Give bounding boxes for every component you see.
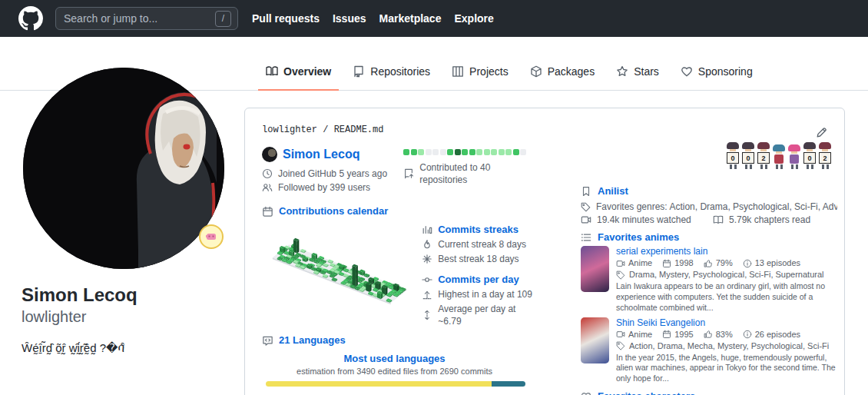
profile-bio: W̑ḛ́ȋ̱r̃d̰̑ õ̱ȓ̰ w̰̑ḭ́r̰̃ḛ̑d̰ ?�ባ̃̑ [22,340,233,357]
pixel-sign-digit: 2 [757,152,770,164]
calendar-icon [662,330,671,339]
slash-key-hint: / [215,11,231,27]
anilist-link[interactable]: Anilist [598,185,628,197]
github-profile-page: / Pull requests Issues Marketplace Explo… [0,0,868,395]
languages-note: estimation from 3490 edited files from 2… [262,367,527,376]
people-icon [262,182,273,193]
contribution-square [440,149,446,155]
tab-stars[interactable]: Stars [608,54,667,91]
flame-icon [422,239,432,250]
pixel-character: 0 [741,141,755,169]
metrics-name-link[interactable]: Simon Lecoq [283,148,359,161]
favorites-animes-link[interactable]: Favorites animes [598,231,679,243]
tab-projects[interactable]: Projects [444,54,516,91]
achievement-badge[interactable] [199,224,224,249]
clock-icon [262,168,273,179]
anime-description: Lain Iwakura appears to be an ordinary g… [616,281,837,314]
anime-genres: Action, Drama, Mecha, Mystery, Psycholog… [629,340,829,352]
pixel-character [772,141,786,169]
contributed-text: Contributed to 40 repositories [419,161,540,186]
star-icon [616,65,628,78]
anime-episodes: 13 episodes [755,257,800,269]
tab-overview-label: Overview [283,65,331,78]
pixel-sign-digit: 0 [803,152,816,164]
contribution-square [491,149,497,155]
followers-text: Followed by 399 users [278,181,370,194]
tab-projects-label: Projects [469,65,509,78]
contribution-square [418,149,424,155]
pig-badge-icon [205,231,217,243]
nav-explore[interactable]: Explore [454,12,493,25]
anime-cover[interactable] [581,246,609,292]
anime-genres: Drama, Mystery, Psychological, Sci-Fi, S… [629,269,824,280]
metrics-avatar [262,147,277,162]
contribution-square [447,149,453,155]
profile-username: lowlighter [22,308,86,326]
nav-issues[interactable]: Issues [333,12,366,25]
favorite-genres-text: Favorites genres: Action, Drama, Psychol… [596,201,837,213]
average-day-text: Average per day at ~6.79 [438,303,540,327]
repo-icon [353,65,365,78]
edit-pencil-icon[interactable] [815,127,827,139]
chapters-read-text: 5.79k chapters read [729,214,810,225]
commit-icon [422,274,432,285]
top-header: / Pull requests Issues Marketplace Explo… [0,0,868,37]
anime-title-link[interactable]: Shin Seiki Evangelion [616,317,837,328]
anime-score: 79% [716,257,733,269]
anilist-column: Anilist Favorites genres: Action, Drama,… [581,185,837,395]
contributions-calendar-link[interactable]: Contributions calendar [279,205,388,217]
tab-repositories[interactable]: Repositories [345,54,438,91]
metrics-column: Simon Lecoq Joined GitHub 5 years ago Fo… [262,147,540,395]
anime-type: Anime [628,257,652,269]
language-bar-segment [266,381,492,387]
breadcrumb-user[interactable]: lowlighter [262,124,317,135]
tab-overview[interactable]: Overview [258,54,339,91]
pixel-character [787,141,801,169]
bar-chart-icon [422,224,432,235]
bookmark-icon [581,186,591,197]
open-book-icon [713,214,724,225]
tab-stars-label: Stars [634,65,659,78]
heart-icon [581,391,591,395]
languages-bar [266,381,525,387]
pixel-sign-digit: 0 [727,152,739,164]
search-box[interactable]: / [55,7,238,30]
anime-title-link[interactable]: serial experiments lain [616,246,837,257]
nav-pull-requests[interactable]: Pull requests [252,12,320,25]
tab-sponsoring[interactable]: Sponsoring [673,54,760,91]
language-bar-segment [492,381,525,387]
joined-text: Joined GitHub 5 years ago [278,168,387,180]
pixel-sign-digit: 2 [819,152,831,164]
languages-link[interactable]: 21 Languages [279,334,346,347]
search-input[interactable] [62,12,215,25]
heart-icon [681,65,693,78]
favorites-characters-link[interactable]: Favorites characters [598,390,695,395]
video-icon [616,259,625,268]
project-icon [452,65,464,78]
contribution-square [411,149,417,155]
contribution-square [513,149,519,155]
breadcrumb-file[interactable]: README.md [334,124,384,135]
pixel-character: 0 [803,141,817,169]
best-streak-text: Best streak 18 days [438,253,518,265]
most-used-languages-link[interactable]: Most used languages [262,353,527,364]
nav-marketplace[interactable]: Marketplace [379,12,442,25]
commits-per-day-link[interactable]: Commits per day [438,274,518,286]
contribution-square [476,149,482,155]
header-nav: Pull requests Issues Marketplace Explore [252,12,494,25]
calendar-icon [262,206,273,217]
contribution-square [426,149,432,155]
thumbs-up-icon [704,259,713,268]
anime-year: 1998 [674,257,693,269]
contribution-square [499,149,505,155]
readme-card: lowlighter / README.md 00202 Simon Lecoq… [244,108,845,395]
repo-push-icon [403,168,414,179]
anime-cover[interactable] [581,317,609,363]
tab-packages[interactable]: Packages [522,54,602,91]
anime-list: serial experiments lain Anime 1998 79% 1… [581,246,837,384]
github-logo-icon[interactable] [18,6,43,31]
anime-type: Anime [628,329,652,340]
commits-streaks-link[interactable]: Commits streaks [438,224,518,236]
arrow-up-icon [422,289,432,300]
contribution-square [455,149,461,155]
